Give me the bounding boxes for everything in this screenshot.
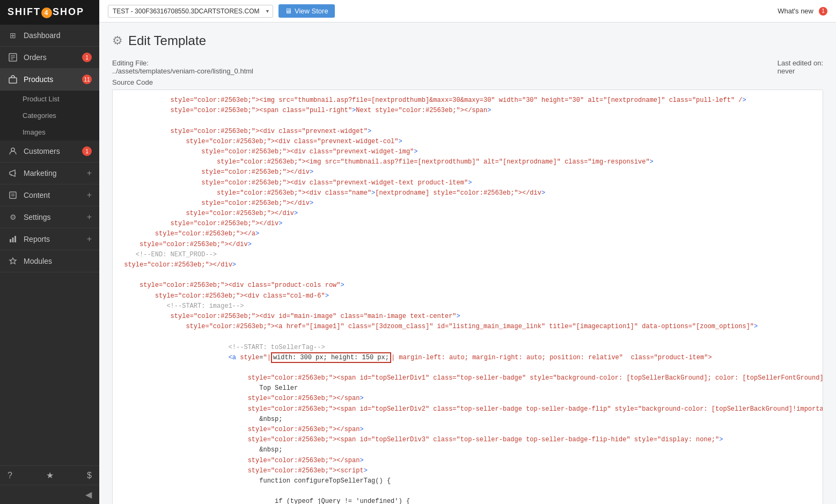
sidebar-item-reports[interactable]: Reports +: [0, 228, 99, 250]
sidebar-item-marketing[interactable]: Marketing +: [0, 162, 99, 184]
code-line: style="color:#2563eb;"><div class="name"…: [120, 188, 815, 198]
code-line: <!--START: toSellerTag-->: [120, 343, 815, 353]
editing-meta: Editing File: ../assets/templates/veniam…: [112, 59, 823, 75]
store-selector-wrap[interactable]: TEST - 300F36316708550.3DCARTSTORES.COM: [108, 5, 273, 18]
sidebar-collapse-icon[interactable]: ◀: [85, 490, 92, 500]
sidebar-item-label: Dashboard: [24, 31, 92, 40]
reports-plus: +: [87, 234, 92, 244]
code-line: function configureTopSellerTag() {: [120, 476, 815, 486]
sidebar-item-dashboard[interactable]: ⊞ Dashboard: [0, 25, 99, 47]
code-line: style="color:#2563eb;"><span id="topSell…: [120, 373, 815, 383]
logo: SHIFT4SHOP: [8, 6, 84, 18]
sidebar-item-settings[interactable]: ⚙ Settings +: [0, 206, 99, 228]
last-edited-value: never: [778, 67, 823, 75]
code-line: Top Seller: [120, 383, 815, 394]
sidebar-item-label: Modules: [24, 257, 92, 265]
code-line: [120, 363, 815, 373]
code-line: style="color:#2563eb;"></a>: [120, 229, 815, 239]
whats-new-label: What's new: [778, 7, 813, 15]
last-edited-label: Last edited on:: [778, 59, 823, 67]
orders-icon: [8, 52, 18, 63]
page-title: Edit Template: [128, 33, 206, 48]
sidebar-item-label: Marketing: [24, 169, 87, 177]
favorites-icon[interactable]: ★: [46, 470, 54, 480]
code-line: style="color:#2563eb;"><div class="prevn…: [120, 127, 815, 137]
code-line: [120, 116, 815, 126]
code-line: style="color:#2563eb;"><div class="col-m…: [120, 291, 815, 301]
code-line: style="color:#2563eb;"></div>: [120, 260, 815, 270]
code-line: style="color:#2563eb;"></div>: [120, 209, 815, 219]
code-line: style="color:#2563eb;"></div>: [120, 198, 815, 209]
editing-file-label: Editing File:: [112, 59, 253, 67]
sidebar-item-label: Content: [24, 191, 87, 199]
code-line: if (typeof jQuery != 'undefined') {: [120, 496, 815, 504]
page-header: ⚙ Edit Template: [112, 33, 823, 48]
billing-icon[interactable]: $: [87, 471, 92, 480]
editing-file-section: Editing File: ../assets/templates/veniam…: [112, 59, 253, 75]
svg-rect-4: [9, 78, 17, 83]
sidebar-item-label: Customers: [24, 147, 82, 155]
code-line: style="color:#2563eb;"><div class="prevn…: [120, 178, 815, 188]
code-line: style="color:#2563eb;"></span>: [120, 425, 815, 435]
sidebar-item-images[interactable]: Images: [0, 124, 99, 140]
customers-icon: [8, 146, 18, 157]
code-line: style="color:#2563eb;"><div id="main-ima…: [120, 312, 815, 322]
code-line: &nbsp;: [120, 445, 815, 455]
sidebar-item-product-list[interactable]: Product List: [0, 91, 99, 107]
code-line: style="color:#2563eb;"><div class="prevn…: [120, 137, 815, 147]
code-line: style="color:#2563eb;"></span>: [120, 394, 815, 404]
sidebar-item-categories[interactable]: Categories: [0, 107, 99, 124]
topbar: TEST - 300F36316708550.3DCARTSTORES.COM …: [99, 0, 836, 23]
categories-label: Categories: [23, 112, 56, 120]
sidebar-item-modules[interactable]: Modules: [0, 250, 99, 272]
svg-point-5: [11, 148, 14, 151]
whats-new-badge: 1: [819, 7, 827, 16]
topbar-right: What's new 1: [778, 7, 827, 16]
sidebar-item-content[interactable]: Content +: [0, 184, 99, 206]
code-line: [120, 270, 815, 280]
store-selector[interactable]: TEST - 300F36316708550.3DCARTSTORES.COM: [108, 5, 273, 18]
sidebar: SHIFT4SHOP ⊞ Dashboard Orders 1 Products…: [0, 0, 99, 504]
dashboard-icon: ⊞: [8, 30, 18, 41]
code-line: style="color:#2563eb;"><div class="prevn…: [120, 147, 815, 157]
modules-icon: [8, 256, 18, 266]
sidebar-item-label: Settings: [24, 213, 87, 221]
svg-rect-11: [14, 236, 16, 242]
code-line: [120, 332, 815, 342]
sidebar-item-orders[interactable]: Orders 1: [0, 47, 99, 69]
customers-badge: 1: [82, 146, 92, 156]
reports-icon: [8, 234, 18, 244]
marketing-icon: [8, 168, 18, 179]
code-line: style="color:#2563eb;"><span id="topSell…: [120, 435, 815, 445]
help-icon[interactable]: ?: [8, 471, 12, 480]
products-icon: [8, 74, 18, 85]
sidebar-item-products[interactable]: Products 11: [0, 69, 99, 91]
code-line: style="color:#2563eb;"><script>: [120, 466, 815, 476]
settings-plus: +: [87, 212, 92, 222]
main-area: TEST - 300F36316708550.3DCARTSTORES.COM …: [99, 0, 836, 504]
monitor-icon: 🖥: [285, 7, 292, 15]
code-line: style="color:#2563eb;"></span>: [120, 456, 815, 466]
code-line: [120, 486, 815, 496]
images-label: Images: [23, 128, 46, 136]
code-line: style="color:#2563eb;"></div>: [120, 219, 815, 229]
svg-rect-6: [10, 192, 16, 198]
last-edited-section: Last edited on: never: [778, 59, 823, 75]
content-plus: +: [87, 190, 92, 200]
code-line: style="color:#2563eb;"><img src="thumbna…: [120, 95, 815, 106]
content-area: ⚙ Edit Template Editing File: ../assets/…: [99, 23, 836, 504]
code-line: style="color:#2563eb;"><div class="produ…: [120, 280, 815, 291]
code-line: &nbsp;: [120, 414, 815, 425]
settings-icon: ⚙: [8, 212, 18, 223]
code-line: style="color:#2563eb;"><a href="[image1]…: [120, 322, 815, 332]
svg-rect-9: [10, 239, 11, 242]
sidebar-item-label: Reports: [24, 235, 87, 243]
code-line: style="color:#2563eb;"><img src="thumbna…: [120, 157, 815, 167]
code-editor[interactable]: style="color:#2563eb;"><img src="thumbna…: [112, 90, 823, 504]
sidebar-item-customers[interactable]: Customers 1: [0, 140, 99, 162]
code-line: style="color:#2563eb;"></div>: [120, 240, 815, 250]
edit-template-icon: ⚙: [112, 34, 123, 48]
code-line: <!--END: NEXT_PROD-->: [120, 250, 815, 260]
products-subnav: Product List Categories Images: [0, 91, 99, 140]
view-store-button[interactable]: 🖥 View Store: [278, 4, 335, 18]
